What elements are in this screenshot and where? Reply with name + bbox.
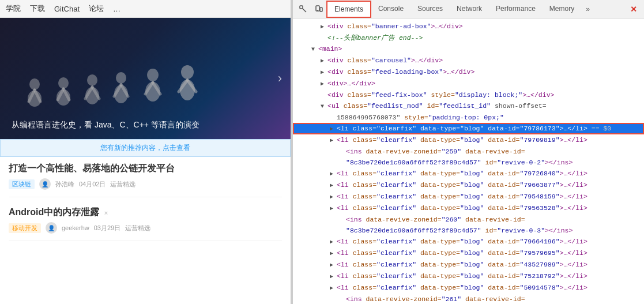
dom-tree[interactable]: ▶<div class="banner-ad-box">…</div> <!--… (293, 18, 644, 304)
svg-line-25 (303, 9, 306, 12)
dom-line-content: <li class="clearfix" data-type="blog" da… (337, 170, 587, 177)
dom-line[interactable]: ▶<li class="clearfix" data-type="blog" d… (293, 236, 644, 247)
dom-line[interactable]: 158864995768073" style="padding-top: 0px… (293, 112, 644, 123)
dom-line[interactable]: <ins data-revive-zoneid="260" data-reviv… (293, 214, 644, 225)
hero-next-arrow[interactable]: › (278, 71, 282, 86)
dom-line-content: <li class="clearfix" data-type="blog" da… (337, 204, 587, 212)
dom-line-content: <li class="clearfix" data-type="blog" da… (337, 136, 587, 144)
article-title[interactable]: 打造一个高性能、易落地的公链开发平台 (9, 163, 282, 175)
dom-line-content: <li class="clearfix" data-type="blog" da… (337, 261, 587, 268)
article-list: 打造一个高性能、易落地的公链开发平台 区块链 👤 孙浩峰 04月02日 运营精选… (0, 157, 291, 256)
svg-rect-24 (300, 6, 303, 9)
website-panel: 学院 下载 GitChat 论坛 … (0, 0, 291, 304)
toggle-arrow[interactable]: ▶ (330, 124, 337, 134)
toggle-arrow[interactable]: ▶ (321, 67, 327, 77)
dom-line-content: <ins data-revive-zoneid="260" data-reviv… (346, 216, 525, 223)
toggle-arrow[interactable]: ▶ (330, 136, 337, 145)
dom-line-content: <li class="clearfix" data-type="blog" da… (337, 249, 587, 257)
dom-line[interactable]: ▶<div class="carousel">…</div> (293, 55, 644, 66)
dom-line[interactable]: ▶<li class="clearfix" data-type="blog" d… (293, 179, 644, 191)
toggle-arrow[interactable]: ▶ (330, 249, 337, 258)
toggle-arrow[interactable]: ▶ (330, 192, 337, 202)
dom-line[interactable]: ▶<li class="clearfix" data-type="blog" d… (293, 123, 644, 134)
dom-line[interactable]: ▼<main> (293, 43, 644, 55)
toggle-arrow[interactable]: ▶ (321, 79, 327, 89)
toggle-arrow[interactable]: ▼ (321, 102, 327, 111)
dom-line-content: <div>…</div> (327, 80, 375, 87)
toggle-arrow[interactable]: ▶ (330, 260, 337, 270)
close-devtools-button[interactable]: ✕ (626, 2, 642, 16)
tab-memory[interactable]: Memory (543, 1, 581, 17)
dom-line-content: <li class="clearfix" data-type="blog" da… (337, 238, 587, 245)
dom-line[interactable]: <ins data-revive-zoneid="259" data-reviv… (293, 146, 644, 157)
article-title[interactable]: Android中的内存泄露 × (9, 207, 282, 219)
inspect-icon[interactable] (295, 2, 311, 16)
tab-network[interactable]: Network (450, 1, 489, 17)
toggle-arrow[interactable]: ▶ (330, 283, 337, 293)
toggle-arrow[interactable]: ▶ (321, 56, 327, 66)
article-author: geekerhw (62, 224, 89, 231)
dom-line[interactable]: ▶<li class="clearfix" data-type="blog" d… (293, 247, 644, 259)
nav-more-dots[interactable]: … (113, 5, 120, 13)
more-tabs-button[interactable]: » (581, 3, 594, 16)
nav-item-xiazai[interactable]: 下载 (30, 3, 45, 14)
nav-item-luntan[interactable]: 论坛 (89, 3, 104, 14)
dom-line-content: "8c3be720de1c90a6f6ff52f3f89c4d57" id="r… (346, 159, 573, 166)
dom-line-content: <main> (318, 45, 342, 52)
nav-item-xueyuan[interactable]: 学院 (6, 3, 21, 14)
nav-item-gitchat[interactable]: GitChat (54, 5, 80, 13)
dom-line[interactable]: ▶<li class="clearfix" data-type="blog" d… (293, 191, 644, 202)
dom-line[interactable]: <!--头部banner广告 end--> (293, 32, 644, 43)
dom-line-content: <li class="clearfix" data-type="blog" da… (337, 193, 587, 200)
devtools-header: Elements Console Sources Network Perform… (293, 0, 644, 18)
dom-line[interactable]: ▶<div class="feed-loading-box">…</div> (293, 66, 644, 78)
close-icon[interactable]: × (104, 209, 108, 216)
article-meta: 移动开发 👤 geekerhw 03月29日 运营精选 (9, 222, 282, 234)
article-label: 运营精选 (110, 180, 135, 189)
dom-line[interactable]: <div class="feed-fix-box" style="display… (293, 89, 644, 100)
article-date: 03月29日 (94, 224, 120, 232)
svg-point-20 (180, 80, 195, 100)
dom-line[interactable]: ▶<li class="clearfix" data-type="blog" d… (293, 271, 644, 282)
article-meta: 区块链 👤 孙浩峰 04月02日 运营精选 (9, 178, 282, 190)
dom-line[interactable]: ▶<div class="banner-ad-box">…</div> (293, 21, 644, 32)
toggle-arrow[interactable]: ▶ (330, 237, 337, 247)
tab-performance[interactable]: Performance (489, 1, 543, 17)
dom-line[interactable]: ▼<ul class="feedlist_mod" id="feedlist_i… (293, 100, 644, 112)
dom-line[interactable]: ▶<li class="clearfix" data-type="blog" d… (293, 282, 644, 294)
dom-line[interactable]: <ins data-revive-zoneid="261" data-reviv… (293, 294, 644, 304)
toggle-arrow[interactable]: ▶ (330, 169, 337, 179)
tab-console[interactable]: Console (371, 1, 410, 17)
toggle-arrow[interactable]: ▶ (321, 22, 327, 32)
dom-line-content: <li class="clearfix" data-type="blog" da… (337, 181, 587, 189)
hero-illustration (12, 29, 231, 127)
article-date: 04月02日 (79, 180, 106, 189)
dom-line[interactable]: ▶<div>…</div> (293, 78, 644, 89)
svg-point-17 (147, 69, 159, 81)
svg-point-21 (181, 65, 194, 79)
dom-line-content: "8c3be720de1c90a6f6ff52f3f89c4d57" id="r… (346, 227, 573, 234)
dom-line[interactable]: ▶<li class="clearfix" data-type="blog" d… (293, 134, 644, 146)
toggle-arrow[interactable]: ▼ (311, 44, 318, 54)
dom-line[interactable]: ▶<li class="clearfix" data-type="blog" d… (293, 259, 644, 271)
hero-slider: 从编程语言进化史，看 Java、C、C++ 等语言的演变 › (0, 18, 291, 139)
dom-line[interactable]: "8c3be720de1c90a6f6ff52f3f89c4d57" id="r… (293, 225, 644, 236)
top-nav: 学院 下载 GitChat 论坛 … (0, 0, 291, 18)
article-tag[interactable]: 移动开发 (9, 223, 41, 233)
toggle-arrow[interactable]: ▶ (330, 272, 337, 282)
list-item: Android中的内存泄露 × 移动开发 👤 geekerhw 03月29日 运… (9, 207, 282, 241)
dom-line[interactable]: ▶<li class="clearfix" data-type="blog" d… (293, 202, 644, 214)
tab-sources[interactable]: Sources (410, 1, 450, 17)
article-tag[interactable]: 区块链 (9, 179, 35, 189)
article-title-text: Android中的内存泄露 (9, 207, 99, 217)
dom-line[interactable]: "8c3be720de1c90a6f6ff52f3f89c4d57" id="r… (293, 157, 644, 168)
tab-elements[interactable]: Elements (326, 1, 371, 18)
recommend-bar[interactable]: 您有新的推荐内容，点击查看 (0, 139, 291, 157)
toggle-arrow[interactable]: ▶ (330, 204, 337, 213)
dom-line-content: 158864995768073" style="padding-top: 0px… (337, 114, 504, 121)
toggle-arrow[interactable]: ▶ (330, 181, 337, 190)
device-toolbar-icon[interactable] (311, 3, 326, 16)
avatar: 👤 (46, 222, 57, 234)
dom-line-content: <li class="clearfix" data-type="blog" da… (337, 272, 587, 280)
dom-line[interactable]: ▶<li class="clearfix" data-type="blog" d… (293, 168, 644, 179)
